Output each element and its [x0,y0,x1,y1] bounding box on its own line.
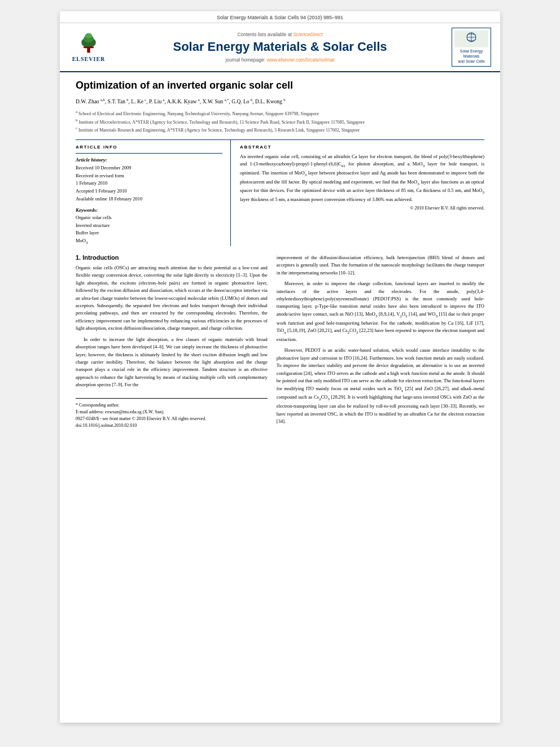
journal-logo-box: Solar Energy Materials and Solar Cells [452,28,491,67]
homepage-prefix: journal homepage: [226,57,267,63]
received-date: Received 10 December 2009 [76,164,222,172]
keyword-2: Inverted structure [76,222,222,230]
article-info-column: ARTICLE INFO Article history: Received 1… [76,140,231,246]
received-revised-label: Received in revised form [76,172,222,180]
journal-title-block: Contents lists available at ScienceDirec… [115,32,445,62]
received-revised-date: 1 February 2010 [76,180,222,187]
article-info-section-label: ARTICLE INFO [76,145,222,150]
sciencedirect-link[interactable]: ScienceDirect [293,32,322,37]
elsevier-brand-text: ELSEVIER [72,56,106,62]
section1-heading: 1. Introduction [76,254,268,261]
article-title: Optimization of an inverted organic sola… [76,79,484,92]
homepage-link[interactable]: www.elsevier.com/locate/solmat [266,57,334,63]
body-content: 1. Introduction Organic solar cells (OSC… [76,254,484,429]
copyright-line: © 2010 Elsevier B.V. All rights reserved… [240,206,484,211]
paragraph-1: Organic solar cells (OSCs) are attractin… [76,264,268,333]
keywords-list: Organic solar cells Inverted structure B… [76,214,222,246]
journal-citation-bar: Solar Energy Materials & Solar Cells 94 … [60,11,500,23]
article-content: Optimization of an inverted organic sola… [60,72,500,440]
body-text-right: improvement of the diffusion/dissociatio… [277,254,484,426]
footnote-area: * Corresponding author. E-mail address: … [76,398,268,429]
body-right-column: improvement of the diffusion/dissociatio… [277,254,484,429]
journal-logo-right: Solar Energy Materials and Solar Cells [452,28,491,67]
body-text-left: Organic solar cells (OSCs) are attractin… [76,264,268,389]
keyword-1: Organic solar cells [76,214,222,222]
footnote-corresponding: * Corresponding author. [76,402,268,409]
footnote-email: E-mail address: exwsun@ntu.edu.sg (X.W. … [76,409,268,416]
article-history-label: Article history: [76,157,222,163]
article-info-abstract: ARTICLE INFO Article history: Received 1… [76,139,484,246]
journal-logo-icon [454,30,488,47]
paragraph-4: Moreover, in order to improve the charge… [277,280,484,343]
paragraph-2: In order to increase the light absorptio… [76,336,268,389]
journal-logo-text: Solar Energy Materials and Solar Cells [454,49,488,64]
affiliation-a: a School of Electrical and Electronic En… [76,109,484,117]
affiliation-c: c Institute of Materials Research and En… [76,125,484,134]
authors-line: D.W. Zhao a,b, S.T. Tan b, L. Ke c, P. L… [76,97,484,106]
sciencedirect-prefix: Contents lists available at [237,32,293,37]
page: Solar Energy Materials & Solar Cells 94 … [60,11,500,723]
journal-name: Solar Energy Materials & Solar Cells [115,40,445,54]
article-info-divider [76,153,222,154]
svg-rect-4 [84,47,94,49]
paragraph-5: However, PEDOT is an acidic water-based … [277,347,484,425]
abstract-text: An inverted organic solar cell, consisti… [240,153,484,203]
svg-rect-0 [87,47,90,53]
keyword-3: Buffer layer [76,229,222,237]
paragraph-3: improvement of the diffusion/dissociatio… [277,254,484,277]
journal-header: ELSEVIER Contents lists available at Sci… [60,23,500,72]
body-left-column: 1. Introduction Organic solar cells (OSC… [76,254,268,429]
abstract-column: ABSTRACT An inverted organic solar cell,… [240,140,484,246]
affiliation-b: b Institute of Microelectronics, A*STAR … [76,117,484,126]
accepted-date: Accepted 1 February 2010 [76,187,222,195]
journal-citation: Solar Energy Materials & Solar Cells 94 … [217,15,343,20]
svg-point-3 [85,33,93,38]
elsevier-logo: ELSEVIER [69,32,108,62]
journal-homepage: journal homepage: www.elsevier.com/locat… [115,57,445,63]
keyword-4: MoO3 [76,237,222,246]
keywords-label: Keywords: [76,207,222,213]
elsevier-tree-icon [75,32,103,55]
available-online: Available online 18 February 2010 [76,195,222,203]
abstract-section-label: ABSTRACT [240,145,484,150]
footnote-doi-link: doi:10.1016/j.solmat.2010.02.010 [76,422,268,429]
footnote-doi-copyright: 0927-0248/$ - see front matter © 2010 El… [76,416,268,422]
sciencedirect-line: Contents lists available at ScienceDirec… [115,32,445,37]
affiliations: a School of Electrical and Electronic En… [76,109,484,134]
